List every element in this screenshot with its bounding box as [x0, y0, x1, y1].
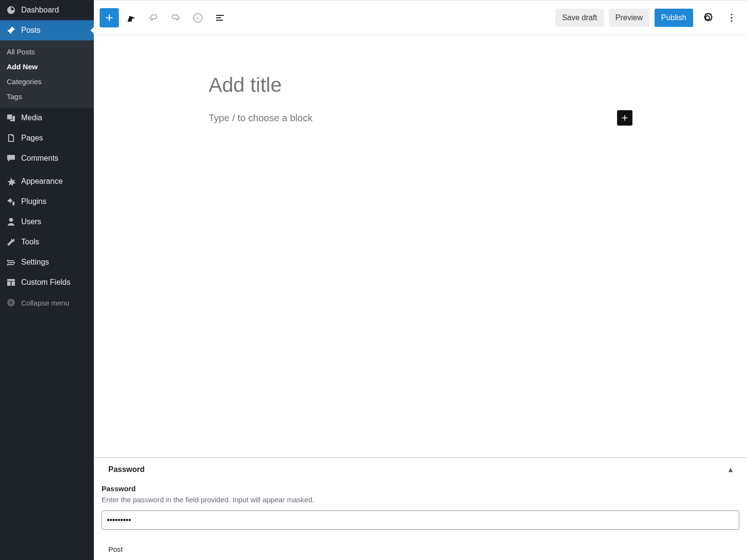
redo-button[interactable]	[166, 8, 185, 27]
svg-point-2	[731, 13, 732, 15]
admin-sidebar: Dashboard Posts All Posts Add New Catego…	[0, 0, 94, 560]
custom-fields-icon	[6, 277, 16, 288]
sidebar-item-label: Media	[21, 114, 42, 122]
sidebar-item-label: Tools	[21, 238, 39, 246]
sidebar-item-tools[interactable]: Tools	[0, 232, 94, 252]
post-title-input[interactable]: Add title	[209, 74, 632, 97]
metabox-title: Password	[108, 465, 145, 474]
svg-point-3	[731, 17, 732, 18]
sidebar-item-label: Dashboard	[21, 6, 59, 14]
metabox-field-desc: Enter the password in the field provided…	[102, 496, 739, 504]
password-input[interactable]	[102, 510, 739, 530]
settings-icon	[6, 257, 16, 267]
sidebar-collapse-label: Collapse menu	[21, 299, 69, 307]
metabox-area: Password ▴ Password Enter the password i…	[94, 458, 747, 560]
sidebar-item-posts[interactable]: Posts	[0, 20, 94, 40]
sidebar-item-media[interactable]: Media	[0, 108, 94, 128]
save-draft-button[interactable]: Save draft	[555, 9, 604, 27]
plugins-icon	[6, 196, 16, 207]
sidebar-item-label: Settings	[21, 258, 49, 267]
editor-topbar: Save draft Preview Publish	[94, 0, 747, 35]
tools-icon	[6, 237, 16, 247]
block-prompt[interactable]: Type / to choose a block	[209, 113, 617, 124]
preview-button[interactable]: Preview	[609, 9, 650, 27]
svg-point-4	[731, 20, 732, 22]
block-appender-button[interactable]	[617, 110, 632, 126]
sidebar-sub-add-new[interactable]: Add New	[0, 59, 94, 74]
post-footer-label: Post	[94, 538, 747, 560]
sidebar-item-label: Comments	[21, 154, 58, 163]
metabox-field-label: Password	[102, 484, 739, 493]
publish-button[interactable]: Publish	[655, 9, 693, 27]
sidebar-item-users[interactable]: Users	[0, 212, 94, 232]
pin-icon	[6, 25, 16, 36]
sidebar-item-dashboard[interactable]: Dashboard	[0, 0, 94, 20]
outline-button[interactable]	[210, 8, 230, 27]
collapse-icon	[6, 297, 16, 308]
metabox-toggle-icon[interactable]: ▴	[729, 465, 733, 474]
sidebar-sub-all-posts[interactable]: All Posts	[0, 44, 94, 59]
details-button[interactable]	[188, 8, 207, 27]
sidebar-item-comments[interactable]: Comments	[0, 148, 94, 168]
sidebar-sub-categories[interactable]: Categories	[0, 74, 94, 89]
editor-canvas: Add title Type / to choose a block	[94, 35, 747, 458]
undo-button[interactable]	[144, 8, 163, 27]
media-icon	[6, 113, 16, 123]
sidebar-item-label: Custom Fields	[21, 278, 70, 287]
sidebar-collapse[interactable]: Collapse menu	[0, 293, 94, 313]
comments-icon	[6, 153, 16, 164]
users-icon	[6, 216, 16, 227]
dashboard-icon	[6, 5, 16, 15]
sidebar-item-label: Pages	[21, 134, 43, 142]
sidebar-item-label: Plugins	[21, 197, 46, 206]
more-options-button[interactable]	[722, 8, 741, 27]
sidebar-item-custom-fields[interactable]: Custom Fields	[0, 272, 94, 293]
sidebar-item-plugins[interactable]: Plugins	[0, 191, 94, 212]
metabox-header[interactable]: Password ▴	[94, 458, 747, 481]
sidebar-item-settings[interactable]: Settings	[0, 252, 94, 272]
main-area: Save draft Preview Publish Add title Typ…	[94, 0, 747, 560]
sidebar-item-label: Posts	[21, 26, 40, 35]
sidebar-item-label: Users	[21, 217, 41, 226]
sidebar-item-pages[interactable]: Pages	[0, 128, 94, 148]
sidebar-submenu-posts: All Posts Add New Categories Tags	[0, 40, 94, 108]
sidebar-sub-tags[interactable]: Tags	[0, 89, 94, 104]
pages-icon	[6, 133, 16, 143]
sidebar-item-label: Appearance	[21, 177, 63, 186]
settings-panel-toggle[interactable]	[698, 8, 717, 27]
appearance-icon	[6, 176, 16, 187]
tools-select-button[interactable]	[122, 8, 141, 27]
block-inserter-button[interactable]	[100, 8, 119, 27]
sidebar-item-appearance[interactable]: Appearance	[0, 171, 94, 191]
